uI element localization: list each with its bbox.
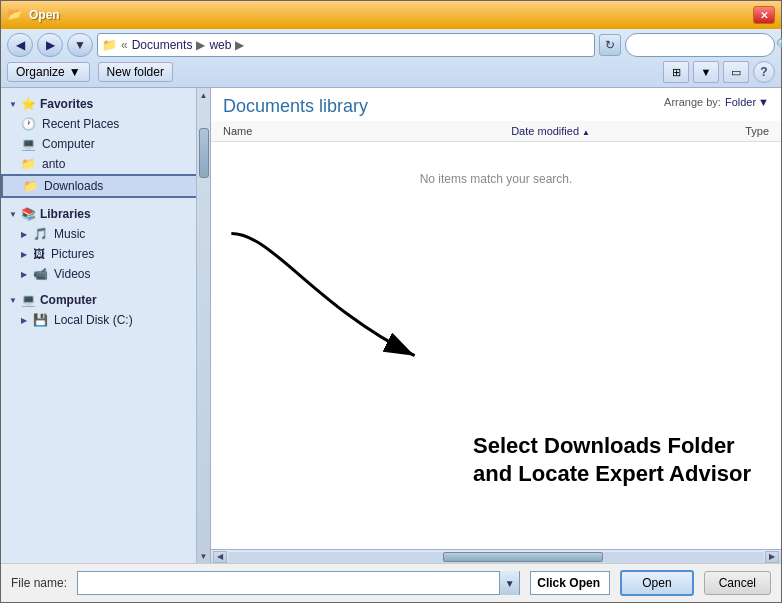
content-body: No items match your search. Select Downl… [211,142,781,549]
address-bar[interactable]: 📁 « Documents ▶ web ▶ [97,33,595,57]
arrange-by-value[interactable]: Folder ▼ [725,96,769,108]
title-controls: ✕ [753,6,775,24]
sidebar-item-computer[interactable]: 💻 Computer [1,134,210,154]
col-type-header[interactable]: Type [660,125,769,137]
computer-section-label: Computer [40,293,97,307]
scroll-up-button[interactable]: ▲ [197,88,211,102]
libraries-label: Libraries [40,207,91,221]
computer-label: Computer [42,137,95,151]
click-open-label: Click Open [537,576,600,590]
sidebar-item-pictures[interactable]: ▶ 🖼 Pictures [1,244,210,264]
sidebar-item-recent-places[interactable]: 🕐 Recent Places [1,114,210,134]
view-grid-button[interactable]: ⊞ [663,61,689,83]
help-button[interactable]: ? [753,61,775,83]
open-button[interactable]: Open [620,570,693,596]
back-button[interactable]: ◀ [7,33,33,57]
dropdown-button[interactable]: ▼ [67,33,93,57]
h-scroll-left-button[interactable]: ◀ [213,551,227,563]
breadcrumb-documents[interactable]: Documents [132,38,193,52]
view-dropdown-button[interactable]: ▼ [693,61,719,83]
h-scroll-track [229,552,763,562]
breadcrumb-separator: « [121,38,128,52]
sidebar: ▼ ⭐ Favorites 🕐 Recent Places 💻 Computer… [1,88,211,563]
cancel-button[interactable]: Cancel [704,571,771,595]
libraries-header[interactable]: ▼ 📚 Libraries [1,204,210,224]
h-scroll-right-button[interactable]: ▶ [765,551,779,563]
libraries-icon: 📚 [21,207,36,221]
horizontal-scrollbar[interactable]: ◀ ▶ [211,549,781,563]
scroll-down-button[interactable]: ▼ [197,549,211,563]
arrange-dropdown-icon: ▼ [758,96,769,108]
sidebar-item-local-disk[interactable]: ▶ 💾 Local Disk (C:) [1,310,210,330]
vertical-scrollbar[interactable]: ▲ ▼ [196,88,210,563]
computer-section-header[interactable]: ▼ 💻 Computer [1,290,210,310]
new-folder-button[interactable]: New folder [98,62,173,82]
annotation-line2: and Locate Expert Advisor [473,460,751,489]
file-name-input[interactable] [78,574,499,592]
organize-label: Organize [16,65,65,79]
libraries-triangle: ▼ [9,210,17,219]
sidebar-item-anto[interactable]: 📁 anto [1,154,210,174]
arrange-by: Arrange by: Folder ▼ [664,96,769,108]
libraries-section: ▼ 📚 Libraries ▶ 🎵 Music ▶ 🖼 Pictures [1,204,210,284]
music-label: Music [54,227,85,241]
content-pane: Documents library Arrange by: Folder ▼ N… [211,88,781,563]
folder-icon: 📁 [102,38,117,52]
scroll-track [198,118,210,533]
downloads-folder-icon: 📁 [23,179,38,193]
anto-label: anto [42,157,65,171]
local-disk-icon: 💾 [33,313,48,327]
search-box[interactable]: 🔍 [625,33,775,57]
close-button[interactable]: ✕ [753,6,775,24]
computer-section-icon: 💻 [21,293,36,307]
annotation-block: Select Downloads Folder and Locate Exper… [473,432,751,489]
organize-button[interactable]: Organize ▼ [7,62,90,82]
bottom-bar: File name: ▼ Click Open Open Cancel [1,563,781,602]
sort-arrow-icon: ▲ [582,128,590,137]
refresh-icon: ↻ [605,38,615,52]
file-name-dropdown-button[interactable]: ▼ [499,571,519,595]
sidebar-item-music[interactable]: ▶ 🎵 Music [1,224,210,244]
window-icon: 📂 [7,7,23,23]
favorites-star-icon: ⭐ [21,97,36,111]
favorites-section: ▼ ⭐ Favorites 🕐 Recent Places 💻 Computer… [1,94,210,198]
local-disk-label: Local Disk (C:) [54,313,133,327]
col-name-header[interactable]: Name [223,125,441,137]
anto-folder-icon: 📁 [21,157,36,171]
scroll-thumb[interactable] [199,128,209,178]
back-icon: ◀ [16,38,25,52]
column-headers: Name Date modified ▲ Type [211,121,781,142]
sidebar-item-downloads[interactable]: 📁 Downloads [1,174,210,198]
breadcrumb-web[interactable]: web [209,38,231,52]
search-input[interactable] [634,39,772,51]
sidebar-item-videos[interactable]: ▶ 📹 Videos [1,264,210,284]
new-folder-label: New folder [107,65,164,79]
breadcrumb-arrow: ▶ [196,38,205,52]
view-panel-button[interactable]: ▭ [723,61,749,83]
toolbar-bottom: Organize ▼ New folder ⊞ ▼ ▭ ? [7,61,775,83]
recent-icon: 🕐 [21,117,36,131]
library-title: Documents library [223,96,368,117]
breadcrumb-end-arrow: ▶ [235,38,244,52]
h-scroll-thumb[interactable] [443,552,603,562]
toolbar-right-buttons: ⊞ ▼ ▭ ? [663,61,775,83]
refresh-button[interactable]: ↻ [599,34,621,56]
arrange-by-label: Arrange by: [664,96,721,108]
col-date-header[interactable]: Date modified ▲ [441,125,659,137]
favorites-triangle: ▼ [9,100,17,109]
toolbar: ◀ ▶ ▼ 📁 « Documents ▶ web ▶ ↻ [1,29,781,88]
sidebar-scroll: ▼ ⭐ Favorites 🕐 Recent Places 💻 Computer… [1,88,210,563]
downloads-label: Downloads [44,179,103,193]
pictures-label: Pictures [51,247,94,261]
favorites-header[interactable]: ▼ ⭐ Favorites [1,94,210,114]
favorites-label: Favorites [40,97,93,111]
music-triangle: ▶ [21,230,27,239]
forward-button[interactable]: ▶ [37,33,63,57]
local-disk-triangle: ▶ [21,316,27,325]
main-area: ▼ ⭐ Favorites 🕐 Recent Places 💻 Computer… [1,88,781,563]
window-title: Open [29,8,60,22]
computer-icon: 💻 [21,137,36,151]
click-open-label-box: Click Open [530,571,610,595]
videos-triangle: ▶ [21,270,27,279]
search-icon: 🔍 [776,38,782,52]
